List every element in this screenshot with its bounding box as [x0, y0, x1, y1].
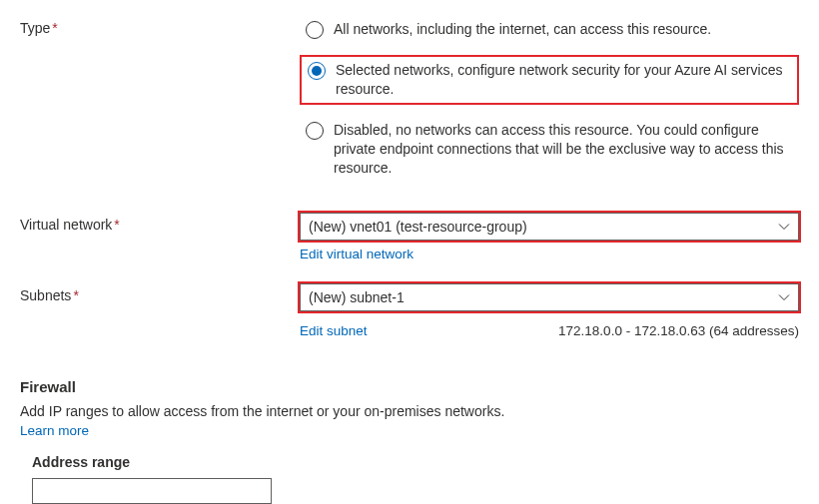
edit-vnet-link[interactable]: Edit virtual network: [300, 247, 413, 261]
firewall-description: Add IP ranges to allow access from the i…: [20, 403, 799, 419]
radio-label: Selected networks, configure network sec…: [336, 61, 791, 99]
type-option-selected-networks[interactable]: Selected networks, configure network sec…: [300, 55, 799, 105]
subnets-select[interactable]: (New) subnet-1: [300, 283, 799, 311]
radio-label: All networks, including the internet, ca…: [334, 20, 711, 39]
subnets-select-value: (New) subnet-1: [309, 289, 405, 305]
subnets-label: Subnets*: [20, 283, 300, 303]
vnet-select-value: (New) vnet01 (test-resource-group): [309, 219, 527, 235]
chevron-down-icon: [778, 221, 790, 233]
firewall-heading: Firewall: [20, 378, 799, 395]
type-radio-group: All networks, including the internet, ca…: [300, 16, 799, 181]
type-option-all-networks[interactable]: All networks, including the internet, ca…: [300, 16, 799, 43]
radio-label: Disabled, no networks can access this re…: [334, 121, 793, 178]
type-option-disabled[interactable]: Disabled, no networks can access this re…: [300, 117, 799, 182]
firewall-learn-more-link[interactable]: Learn more: [20, 423, 89, 438]
vnet-select[interactable]: (New) vnet01 (test-resource-group): [300, 213, 799, 241]
subnet-range-info: 172.18.0.0 - 172.18.0.63 (64 addresses): [558, 323, 799, 338]
radio-icon: [308, 62, 326, 80]
radio-icon: [306, 21, 324, 39]
vnet-label: Virtual network*: [20, 213, 300, 233]
chevron-down-icon: [778, 291, 790, 303]
address-range-input[interactable]: [32, 478, 272, 504]
radio-icon: [306, 122, 324, 140]
address-range-label: Address range: [32, 454, 799, 470]
edit-subnet-link[interactable]: Edit subnet: [300, 323, 368, 338]
type-label: Type*: [20, 16, 300, 36]
